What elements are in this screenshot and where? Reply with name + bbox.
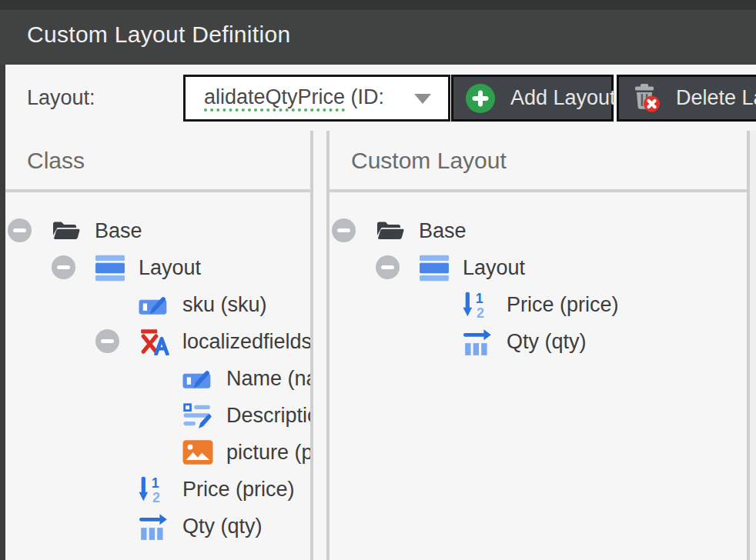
tree-item-price-price[interactable]: 1 2 Price (price) xyxy=(5,471,310,508)
collapse-icon[interactable] xyxy=(375,249,419,286)
toolbar: Layout: alidateQtyPrice (ID: Add Layout xyxy=(5,65,756,131)
input-icon xyxy=(139,291,169,318)
collapse-icon[interactable] xyxy=(7,212,51,249)
window-title: Custom Layout Definition xyxy=(27,22,290,48)
tree-item-description-description[interactable]: Description (description) xyxy=(5,397,310,434)
layout-select-combobox[interactable]: alidateQtyPrice (ID: xyxy=(183,75,450,122)
add-layout-button[interactable]: Add Layout xyxy=(451,75,614,122)
custom-layout-definition-window: Custom Layout Definition Layout: alidate… xyxy=(0,0,756,560)
expander-spacer xyxy=(139,434,182,471)
tree-item-localizedfields[interactable]: localizedfields xyxy=(5,323,310,360)
class-panel: Class Base Layout sku (sku) localizedfie… xyxy=(5,131,313,560)
tree-item-layout[interactable]: Layout xyxy=(329,249,747,286)
layout-field-label: Layout: xyxy=(27,65,95,131)
tree-item-qty-qty[interactable]: Qty (qty) xyxy=(329,323,747,360)
layout-combobox-value: alidateQtyPrice (ID: xyxy=(204,77,405,119)
delete-icon xyxy=(631,83,661,114)
collapse-icon[interactable] xyxy=(331,212,375,249)
folder-open-icon xyxy=(375,217,406,245)
translate-icon xyxy=(139,328,169,355)
custom-layout-tree: Base Layout 1 2 Price (price) Qty (qty) xyxy=(329,192,747,360)
quantity-icon xyxy=(139,512,169,540)
expander-spacer xyxy=(139,360,182,397)
tree-item-price-price[interactable]: 1 2 Price (price) xyxy=(329,286,747,323)
numeric-icon: 1 2 xyxy=(463,291,493,318)
window-left-border xyxy=(0,65,5,560)
chevron-down-icon[interactable] xyxy=(414,94,431,104)
custom-layout-panel-header: Custom Layout xyxy=(329,131,747,192)
delete-layout-button-label: Delete Layout xyxy=(676,86,756,110)
expander-spacer xyxy=(139,397,182,434)
tree-item-layout[interactable]: Layout xyxy=(5,249,310,286)
right-margin xyxy=(750,131,756,560)
quantity-icon xyxy=(463,328,493,355)
custom-layout-panel-title: Custom Layout xyxy=(329,131,747,174)
tree-item-name-name[interactable]: Name (name) xyxy=(5,360,310,397)
panel-splitter[interactable] xyxy=(313,131,326,560)
numeric-icon: 1 2 xyxy=(139,475,169,503)
svg-text:2: 2 xyxy=(477,305,484,318)
delete-layout-button[interactable]: Delete Layout xyxy=(617,75,756,122)
collapse-icon[interactable] xyxy=(51,249,95,286)
folder-open-icon xyxy=(51,217,82,245)
layout-icon xyxy=(95,254,125,282)
expander-spacer xyxy=(95,471,139,508)
layout-icon xyxy=(419,254,450,282)
add-layout-button-label: Add Layout xyxy=(510,86,616,110)
class-panel-title: Class xyxy=(5,131,310,174)
svg-text:1: 1 xyxy=(476,291,483,306)
expander-spacer xyxy=(95,508,139,545)
tree-item-qty-qty[interactable]: Qty (qty) xyxy=(5,508,310,545)
add-icon xyxy=(465,83,496,114)
input-icon xyxy=(182,365,213,392)
layout-combobox-value-suffix: (ID: xyxy=(345,85,384,108)
svg-text:2: 2 xyxy=(152,490,160,503)
custom-layout-panel: Custom Layout Base Layout 1 2 Price (pri… xyxy=(326,131,750,560)
tree-item-base[interactable]: Base xyxy=(5,212,310,249)
collapse-icon[interactable] xyxy=(95,323,139,360)
tree-item-picture-picture[interactable]: picture (picture) xyxy=(5,434,310,471)
tree-item-base[interactable]: Base xyxy=(329,212,747,249)
class-tree: Base Layout sku (sku) localizedfields Na… xyxy=(5,192,310,545)
image-icon xyxy=(182,438,213,466)
layout-combobox-value-main: alidateQtyPrice xyxy=(204,85,345,112)
svg-text:1: 1 xyxy=(152,475,159,491)
expander-spacer xyxy=(419,323,463,360)
expander-spacer xyxy=(419,286,463,323)
textarea-icon xyxy=(182,402,213,429)
titlebar: Custom Layout Definition xyxy=(0,0,756,65)
expander-spacer xyxy=(95,286,139,323)
class-panel-header: Class xyxy=(5,131,310,192)
tree-item-sku-sku[interactable]: sku (sku) xyxy=(5,286,310,323)
